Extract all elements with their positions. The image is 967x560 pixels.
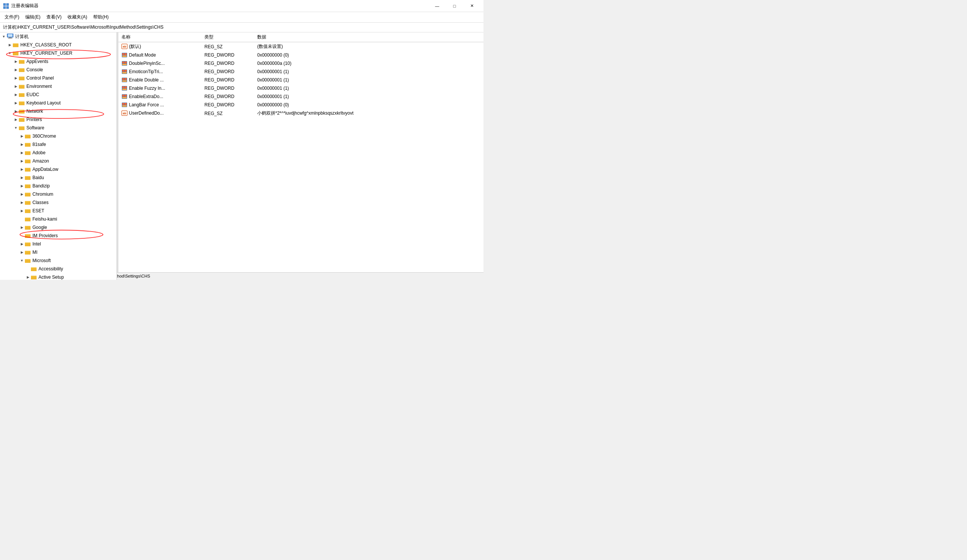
cell-data: 0x00000000 (0) (254, 51, 484, 59)
expander-environment[interactable] (13, 83, 19, 89)
tree-node-feishukami[interactable]: Feishu-kami (0, 215, 117, 223)
expander-chromium[interactable] (19, 191, 25, 197)
folder-icon-activesetup (31, 275, 37, 280)
tree-node-keyboardlayout[interactable]: Keyboard Layout (0, 99, 117, 107)
svg-rect-31 (19, 102, 25, 105)
svg-rect-119 (122, 95, 124, 97)
expander-printers[interactable] (13, 117, 19, 123)
svg-rect-7 (8, 38, 12, 39)
svg-rect-108 (124, 70, 127, 72)
table-row[interactable]: ab(默认)REG_SZ(数值未设置) (119, 42, 484, 51)
expander-eudc[interactable] (13, 92, 19, 98)
tree-node-eset[interactable]: ESET (0, 207, 117, 215)
expander-keyboardlayout[interactable] (13, 100, 19, 106)
tree-node-printers[interactable]: Printers (0, 115, 117, 124)
cell-data: 小鹤双拼*2*^*iuvdjhcwfg^xmlnpbksqszxkrltvyov… (254, 109, 484, 118)
tree-node-controlpanel[interactable]: Control Panel (0, 74, 117, 82)
folder-icon-chromium (25, 191, 31, 197)
tree-node-microsoft[interactable]: Microsoft (0, 257, 117, 265)
tree-node-improviders[interactable]: IM Providers (0, 232, 117, 240)
tree-node-google[interactable]: Google (0, 223, 117, 232)
menu-bar: 文件(F) 编辑(E) 查看(V) 收藏夹(A) 帮助(H) (0, 12, 484, 23)
expander-adobe[interactable] (19, 150, 25, 156)
node-label-controlpanel: Control Panel (26, 76, 54, 81)
tree-node-360chrome[interactable]: 360Chrome (0, 132, 117, 140)
tree-node-environment[interactable]: Environment (0, 82, 117, 91)
tree-node-software[interactable]: Software (0, 124, 117, 132)
expander-hkcu[interactable] (7, 50, 13, 56)
table-row[interactable]: Default ModeREG_DWORD0x00000000 (0) (119, 51, 484, 59)
tree-node-intel[interactable]: Intel (0, 240, 117, 248)
cell-name: EmoticonTipTri... (119, 68, 201, 76)
expander-computer[interactable] (1, 34, 7, 40)
folder-icon-google (25, 225, 31, 230)
expander-appdatalow[interactable] (19, 166, 25, 172)
tree-node-amazon[interactable]: Amazon (0, 157, 117, 165)
table-row[interactable]: abUserDefinedDo...REG_SZ小鹤双拼*2*^*iuvdjhc… (119, 109, 484, 118)
svg-rect-94 (31, 277, 36, 280)
menu-view[interactable]: 查看(V) (43, 12, 64, 22)
expander-controlpanel[interactable] (13, 75, 19, 81)
folder-icon-eset (25, 208, 31, 213)
tree-node-chromium[interactable]: Chromium (0, 190, 117, 198)
expander-google[interactable] (19, 224, 25, 231)
tree-node-appdatalow[interactable]: AppDataLow (0, 165, 117, 173)
expander-activesetup[interactable] (25, 274, 31, 280)
close-button[interactable]: ✕ (463, 0, 480, 12)
cell-name-text: UserDefinedDo... (129, 110, 164, 116)
svg-rect-121 (122, 97, 127, 99)
tree-node-mi[interactable]: MI (0, 248, 117, 257)
cell-name: abUserDefinedDo... (119, 109, 201, 117)
tree-node-adobe[interactable]: Adobe (0, 148, 117, 157)
column-header-name: 名称 (119, 33, 201, 42)
column-header-data: 数据 (254, 33, 484, 42)
tree-node-bandizip[interactable]: Bandizip (0, 182, 117, 190)
tree-node-hkcr[interactable]: HKEY_CLASSES_ROOT (0, 41, 117, 49)
svg-rect-34 (19, 110, 25, 114)
expander-360chrome[interactable] (19, 133, 25, 139)
node-label-360chrome: 360Chrome (33, 133, 56, 139)
expander-bandizip[interactable] (19, 183, 25, 189)
expander-classes[interactable] (19, 199, 25, 206)
table-row[interactable]: Enable Fuzzy In...REG_DWORD0x00000001 (1… (119, 84, 484, 92)
tree-node-81safe[interactable]: 81safe (0, 140, 117, 148)
table-row[interactable]: EmoticonTipTri...REG_DWORD0x00000001 (1) (119, 68, 484, 76)
node-label-amazon: Amazon (33, 158, 49, 164)
expander-microsoft[interactable] (19, 258, 25, 264)
tree-node-baidu[interactable]: Baidu (0, 173, 117, 182)
minimize-button[interactable]: — (429, 0, 446, 12)
expander-console[interactable] (13, 67, 19, 73)
table-row[interactable]: DoublePinyinSc...REG_DWORD0x0000000a (10… (119, 59, 484, 68)
tree-node-accessibility[interactable]: Accessibility (0, 265, 117, 273)
expander-81safe[interactable] (19, 142, 25, 147)
tree-node-computer[interactable]: 计算机 (0, 33, 117, 41)
tree-node-network[interactable]: Network (0, 107, 117, 115)
tree-node-appevents[interactable]: AppEvents (0, 57, 117, 66)
expander-mi[interactable] (19, 249, 25, 255)
table-row[interactable]: LangBar Force ...REG_DWORD0x00000000 (0) (119, 101, 484, 109)
cell-name: ab(默认) (119, 42, 201, 51)
table-row[interactable]: Enable Double ...REG_DWORD0x00000001 (1) (119, 76, 484, 84)
expander-baidu[interactable] (19, 175, 25, 181)
tree-node-classes[interactable]: Classes (0, 198, 117, 207)
maximize-button[interactable]: □ (446, 0, 463, 12)
tree-node-console[interactable]: Console (0, 66, 117, 74)
expander-amazon[interactable] (19, 158, 25, 164)
table-row[interactable]: EnableExtraDo...REG_DWORD0x00000001 (1) (119, 92, 484, 101)
menu-favorites[interactable]: 收藏夹(A) (64, 12, 90, 22)
expander-intel[interactable] (19, 241, 25, 247)
tree-panel[interactable]: 计算机 HKEY_CLASSES_ROOT (0, 33, 117, 280)
tree-node-hkcu[interactable]: HKEY_CURRENT_USER (0, 49, 117, 57)
menu-edit[interactable]: 编辑(E) (22, 12, 43, 22)
svg-rect-88 (25, 260, 31, 263)
svg-rect-61 (25, 185, 31, 188)
menu-file[interactable]: 文件(F) (2, 12, 22, 22)
tree-node-activesetup[interactable]: Active Setup (0, 273, 117, 280)
expander-network[interactable] (13, 108, 19, 114)
expander-hkcr[interactable] (7, 42, 13, 48)
expander-appevents[interactable] (13, 58, 19, 64)
tree-node-eudc[interactable]: EUDC (0, 91, 117, 99)
expander-software[interactable] (13, 125, 19, 131)
menu-help[interactable]: 帮助(H) (90, 12, 112, 22)
expander-eset[interactable] (19, 208, 25, 214)
